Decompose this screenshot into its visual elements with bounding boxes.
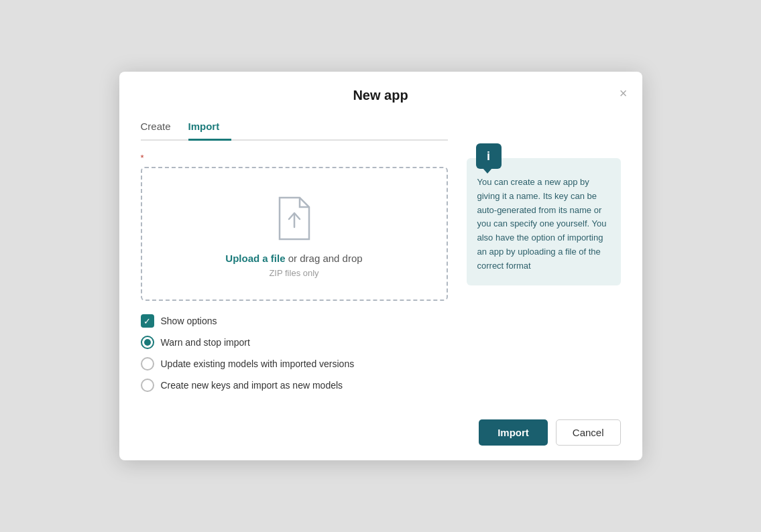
import-button[interactable]: Import xyxy=(479,419,548,446)
radio-update[interactable] xyxy=(141,357,154,371)
modal-footer: Import Cancel xyxy=(119,410,642,460)
upload-subtext: ZIP files only xyxy=(269,268,318,278)
upload-dropzone[interactable]: Upload a file or drag and drop ZIP files… xyxy=(141,167,448,301)
radio-new-keys-row[interactable]: Create new keys and import as new models xyxy=(141,379,448,392)
right-panel: i You can create a new app by giving it … xyxy=(467,111,621,394)
radio-dot-warn xyxy=(144,339,151,346)
upload-description: or drag and drop xyxy=(286,253,363,264)
radio-warn[interactable] xyxy=(141,336,154,349)
radio-update-row[interactable]: Update existing models with imported ver… xyxy=(141,357,448,371)
radio-warn-label: Warn and stop import xyxy=(161,337,250,348)
tab-import[interactable]: Import xyxy=(188,114,232,141)
modal-title: New app xyxy=(353,88,408,103)
required-marker: * xyxy=(141,153,448,163)
close-button[interactable]: × xyxy=(617,84,630,103)
modal: New app × Create Import * xyxy=(119,72,642,460)
cancel-button[interactable]: Cancel xyxy=(556,419,621,446)
options-section: ✓ Show options Warn and stop import Upda… xyxy=(141,314,448,392)
left-panel: Create Import * Upl xyxy=(141,111,448,394)
radio-warn-row[interactable]: Warn and stop import xyxy=(141,336,448,349)
info-text: You can create a new app by giving it a … xyxy=(477,176,610,273)
radio-new-keys[interactable] xyxy=(141,379,154,392)
upload-text: Upload a file or drag and drop xyxy=(225,253,362,264)
tab-create[interactable]: Create xyxy=(141,114,183,141)
upload-icon xyxy=(274,195,314,245)
info-box: i You can create a new app by giving it … xyxy=(467,158,621,285)
modal-header: New app × xyxy=(119,72,642,111)
info-icon: i xyxy=(476,143,502,169)
show-options-checkbox-row[interactable]: ✓ Show options xyxy=(141,314,448,328)
show-options-checkbox[interactable]: ✓ xyxy=(141,314,154,328)
radio-update-label: Update existing models with imported ver… xyxy=(161,358,355,369)
upload-link[interactable]: Upload a file xyxy=(225,253,285,264)
tab-bar: Create Import xyxy=(141,114,448,141)
radio-new-keys-label: Create new keys and import as new models xyxy=(161,380,343,391)
checkmark-icon: ✓ xyxy=(143,317,151,326)
show-options-label: Show options xyxy=(161,316,217,326)
modal-body: Create Import * Upl xyxy=(119,111,642,410)
